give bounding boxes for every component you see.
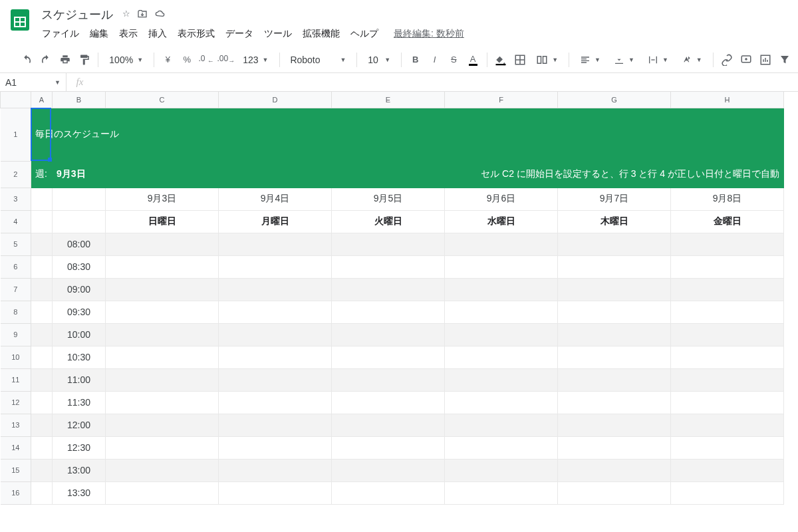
schedule-cell[interactable]	[558, 481, 671, 504]
time-label[interactable]: 09:00	[53, 278, 106, 301]
schedule-cell[interactable]	[332, 301, 445, 323]
schedule-cell[interactable]	[445, 414, 558, 436]
schedule-cell[interactable]	[445, 346, 558, 368]
row-header[interactable]: 2	[1, 161, 31, 188]
bold-button[interactable]: B	[407, 51, 424, 69]
paint-format-button[interactable]	[76, 51, 93, 69]
filter-button[interactable]	[776, 51, 793, 69]
schedule-cell[interactable]	[445, 323, 558, 346]
schedule-cell[interactable]	[445, 255, 558, 278]
col-header[interactable]: C	[106, 92, 219, 108]
schedule-cell[interactable]	[558, 414, 671, 436]
time-label[interactable]: 10:00	[53, 323, 106, 346]
row-header[interactable]: 8	[1, 301, 31, 323]
menu-view[interactable]: 表示	[114, 25, 142, 43]
schedule-cell[interactable]	[558, 323, 671, 346]
schedule-cell[interactable]	[332, 346, 445, 368]
schedule-cell[interactable]	[219, 436, 332, 459]
date-header[interactable]: 9月5日	[332, 188, 445, 210]
schedule-cell[interactable]	[332, 436, 445, 459]
day-header[interactable]: 火曜日	[332, 210, 445, 233]
week-date[interactable]: 9月3日	[53, 161, 106, 188]
schedule-cell[interactable]	[106, 368, 219, 391]
schedule-cell[interactable]	[558, 255, 671, 278]
time-label[interactable]: 09:30	[53, 301, 106, 323]
time-label[interactable]: 08:30	[53, 255, 106, 278]
schedule-cell[interactable]	[106, 436, 219, 459]
menu-edit[interactable]: 編集	[85, 25, 113, 43]
schedule-cell[interactable]	[106, 301, 219, 323]
day-header[interactable]: 水曜日	[445, 210, 558, 233]
day-header[interactable]: 月曜日	[219, 210, 332, 233]
schedule-cell[interactable]	[219, 368, 332, 391]
formula-bar[interactable]	[93, 73, 798, 91]
schedule-cell[interactable]	[219, 459, 332, 481]
move-icon[interactable]	[137, 9, 148, 21]
schedule-cell[interactable]	[671, 278, 784, 301]
menu-insert[interactable]: 挿入	[144, 25, 172, 43]
schedule-cell[interactable]	[671, 391, 784, 414]
schedule-cell[interactable]	[558, 436, 671, 459]
schedule-cell[interactable]	[332, 233, 445, 255]
schedule-cell[interactable]	[332, 414, 445, 436]
text-wrap-button[interactable]: ▼	[642, 51, 674, 68]
schedule-cell[interactable]	[332, 278, 445, 301]
row-header[interactable]: 10	[1, 346, 31, 368]
schedule-cell[interactable]	[106, 278, 219, 301]
schedule-cell[interactable]	[219, 323, 332, 346]
day-header[interactable]: 木曜日	[558, 210, 671, 233]
schedule-cell[interactable]	[219, 481, 332, 504]
time-label[interactable]: 11:30	[53, 391, 106, 414]
row-header[interactable]: 11	[1, 368, 31, 391]
select-all-corner[interactable]	[1, 92, 31, 108]
schedule-cell[interactable]	[671, 414, 784, 436]
row-header[interactable]: 1	[1, 108, 31, 161]
schedule-cell[interactable]	[106, 414, 219, 436]
print-button[interactable]	[57, 51, 74, 69]
italic-button[interactable]: I	[426, 51, 443, 69]
schedule-cell[interactable]	[332, 368, 445, 391]
format-percent-button[interactable]: %	[179, 51, 196, 69]
schedule-cell[interactable]	[106, 323, 219, 346]
menu-data[interactable]: データ	[221, 25, 258, 43]
date-header[interactable]: 9月8日	[671, 188, 784, 210]
font-select[interactable]: Roboto▼	[285, 51, 351, 68]
insert-chart-button[interactable]	[757, 51, 773, 69]
merge-cells-button[interactable]: ▼	[531, 51, 563, 68]
schedule-cell[interactable]	[445, 278, 558, 301]
borders-button[interactable]	[511, 51, 528, 69]
schedule-cell[interactable]	[219, 233, 332, 255]
row-header[interactable]: 6	[1, 255, 31, 278]
row-header[interactable]: 9	[1, 323, 31, 346]
undo-button[interactable]	[19, 51, 35, 69]
strikethrough-button[interactable]: S	[446, 51, 462, 69]
fill-color-button[interactable]	[493, 51, 509, 69]
schedule-cell[interactable]	[332, 323, 445, 346]
schedule-cell[interactable]	[219, 391, 332, 414]
schedule-cell[interactable]	[445, 481, 558, 504]
sheets-logo[interactable]	[5, 5, 32, 32]
menu-help[interactable]: ヘルプ	[346, 25, 383, 43]
schedule-cell[interactable]	[106, 481, 219, 504]
increase-decimal-button[interactable]: .00→	[217, 51, 235, 69]
insert-comment-button[interactable]	[737, 51, 754, 69]
schedule-cell[interactable]	[445, 368, 558, 391]
date-header[interactable]: 9月6日	[445, 188, 558, 210]
schedule-cell[interactable]	[445, 459, 558, 481]
row-header[interactable]: 15	[1, 459, 31, 481]
schedule-cell[interactable]	[445, 233, 558, 255]
star-icon[interactable]: ☆	[122, 9, 130, 21]
font-size-select[interactable]: 10▼	[362, 51, 396, 68]
schedule-cell[interactable]	[445, 391, 558, 414]
schedule-cell[interactable]	[332, 255, 445, 278]
row-header[interactable]: 12	[1, 391, 31, 414]
schedule-cell[interactable]	[558, 233, 671, 255]
schedule-cell[interactable]	[558, 391, 671, 414]
schedule-cell[interactable]	[219, 346, 332, 368]
schedule-cell[interactable]	[558, 301, 671, 323]
schedule-cell[interactable]	[558, 368, 671, 391]
schedule-cell[interactable]	[671, 301, 784, 323]
menu-tools[interactable]: ツール	[259, 25, 297, 43]
schedule-cell[interactable]	[332, 481, 445, 504]
time-label[interactable]: 12:00	[53, 414, 106, 436]
